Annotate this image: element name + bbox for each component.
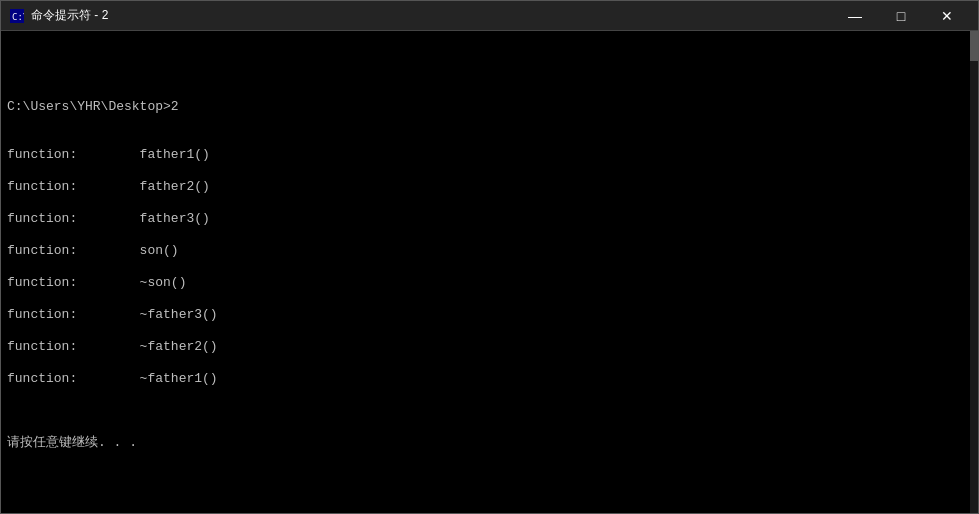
- function-line: function: father1(): [7, 147, 962, 163]
- console-content: C:\Users\YHR\Desktop>2 function: father1…: [7, 35, 972, 483]
- scrollbar[interactable]: [970, 31, 978, 513]
- function-line: function: father3(): [7, 211, 962, 227]
- function-line: function: father2(): [7, 179, 962, 195]
- function-line: function: ~father1(): [7, 371, 962, 387]
- title-bar: C:\ 命令提示符 - 2 — □ ✕: [1, 1, 978, 31]
- prompt-text: C:\Users\YHR\Desktop>2: [7, 99, 962, 115]
- maximize-button[interactable]: □: [878, 1, 924, 31]
- close-button[interactable]: ✕: [924, 1, 970, 31]
- minimize-button[interactable]: —: [832, 1, 878, 31]
- function-line: function: ~son(): [7, 275, 962, 291]
- scrollbar-thumb[interactable]: [970, 31, 978, 61]
- continue-line: 请按任意键继续. . .: [7, 435, 962, 451]
- console-area: C:\Users\YHR\Desktop>2 function: father1…: [1, 31, 978, 513]
- function-line: function: ~father2(): [7, 339, 962, 355]
- function-line: function: ~father3(): [7, 307, 962, 323]
- function-lines: function: father1() function: father2() …: [7, 147, 962, 387]
- function-line: function: son(): [7, 243, 962, 259]
- cmd-window: C:\ 命令提示符 - 2 — □ ✕ C:\Users\YHR\Desktop…: [0, 0, 979, 514]
- window-controls: — □ ✕: [832, 1, 970, 31]
- window-title: 命令提示符 - 2: [31, 7, 832, 24]
- svg-text:C:\: C:\: [12, 12, 24, 22]
- cmd-icon: C:\: [9, 8, 25, 24]
